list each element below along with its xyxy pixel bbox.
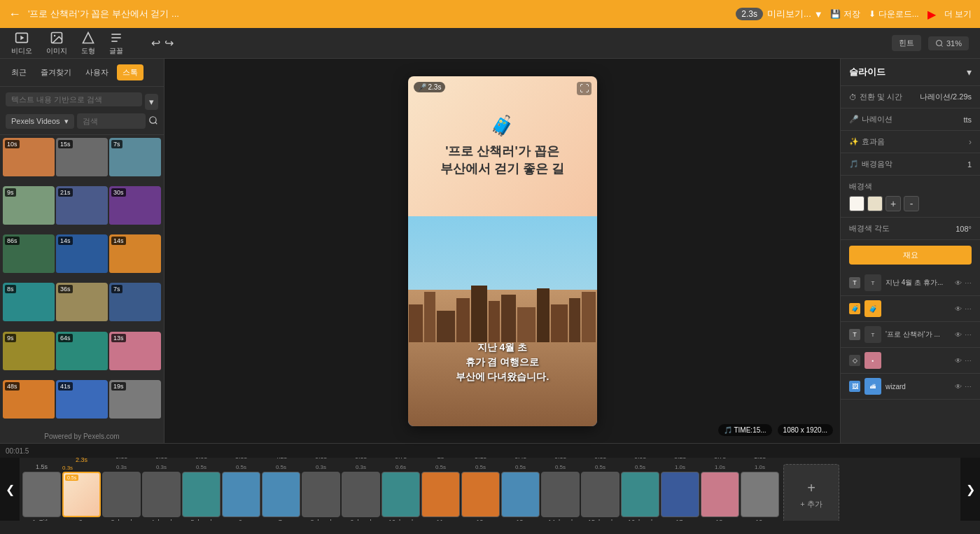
video-thumb-17[interactable]: 19s — [109, 380, 161, 427]
duration-15: 48s — [5, 382, 20, 391]
section-transition[interactable]: ⏱ 전환 및 시간 나레이션/2.29s — [841, 86, 980, 108]
youtube-button[interactable]: ▶ — [927, 8, 936, 21]
video-thumb-12[interactable]: 9s — [3, 332, 55, 379]
add-slide-button[interactable]: + + 추가 — [783, 464, 839, 521]
video-thumb-1[interactable]: 15s — [56, 138, 108, 185]
video-thumb-16[interactable]: 41s — [56, 380, 108, 427]
duration-10: 36s — [58, 285, 73, 293]
layer-text-2[interactable]: T T '프로 산책러'가 ... 👁 ⋯ — [841, 322, 980, 348]
layer-image-2[interactable]: 🖼 🏙 wizard 👁 ⋯ — [841, 374, 980, 400]
timeline-slide-18[interactable]: 3.7s 1.0s 18. — [701, 458, 739, 521]
timeline-slide-2[interactable]: 2.3s 0.3s 0.5s 2. — [62, 458, 101, 521]
redo-button[interactable]: ↪ — [164, 36, 174, 50]
zoom-button[interactable]: 31% — [928, 36, 969, 50]
timeline-slide-8[interactable]: 0.3s 0.3s 8. head — [302, 458, 340, 521]
video-thumb-14[interactable]: 13s — [109, 332, 161, 379]
tab-favorites[interactable]: 즐겨찾기 — [35, 64, 77, 80]
video-thumb-10[interactable]: 36s — [56, 283, 108, 330]
video-thumb-8[interactable]: 14s — [109, 234, 161, 281]
preview-top: 🎤 2.3s ⛶ 🧳 '프로 산책러'가 꼽은 부산에서 걷기 좋은 길 — [408, 76, 597, 216]
layer-visibility-3[interactable]: 👁 — [955, 331, 962, 339]
download-button[interactable]: ⬇ 다운로드... — [869, 8, 919, 20]
video-thumb-2[interactable]: 7s — [109, 138, 161, 185]
timeline-slide-15[interactable]: 0.3s 0.5s 15. head — [581, 458, 620, 521]
timeline-slide-16[interactable]: 0.9s 0.5s 16. head — [621, 458, 659, 521]
duration-14: 13s — [111, 334, 126, 342]
color-remove-button[interactable]: - — [904, 196, 919, 211]
text-search-dropdown[interactable]: ▾ — [145, 94, 158, 110]
reserve-button[interactable]: 재요 — [849, 246, 972, 265]
layer-visibility-2[interactable]: 👁 — [955, 305, 962, 313]
timeline-slide-11[interactable]: 2s 0.5s 11. — [421, 458, 460, 521]
color-add-button[interactable]: + — [886, 196, 901, 211]
tab-recent[interactable]: 최근 — [6, 64, 32, 80]
video-thumb-13[interactable]: 64s — [56, 332, 108, 379]
save-button[interactable]: 💾 저장 — [830, 8, 860, 20]
preview-expand-button[interactable]: ⛶ — [577, 82, 592, 95]
color-swatch-2[interactable] — [867, 196, 883, 211]
video-thumb-6[interactable]: 86s — [3, 234, 55, 281]
layer-text-1[interactable]: T T 지난 4월 초 휴가... 👁 ⋯ — [841, 270, 980, 296]
video-thumb-4[interactable]: 21s — [56, 186, 108, 233]
layer-shape-1[interactable]: ◇ ▪ 👁 ⋯ — [841, 348, 980, 374]
layer-more-5[interactable]: ⋯ — [965, 383, 972, 391]
layer-visibility-1[interactable]: 👁 — [955, 279, 962, 287]
timeline-slide-3[interactable]: 0.3s 0.3s 3. head — [102, 458, 141, 521]
color-swatch-1[interactable] — [849, 196, 864, 211]
layer-visibility-4[interactable]: 👁 — [955, 357, 962, 365]
video-thumb-15[interactable]: 48s — [3, 380, 55, 427]
timeline-slide-13[interactable]: 6.4s 0.5s 13. — [501, 458, 540, 521]
timeline-next-button[interactable]: ❯ — [960, 458, 980, 521]
tool-shape[interactable]: 도형 — [81, 31, 95, 56]
search-input[interactable] — [77, 113, 146, 129]
timeline-slide-19[interactable]: 1.5s 1.0s 19. — [741, 458, 779, 521]
section-narration[interactable]: 🎤 나레이션 tts — [841, 108, 980, 131]
video-thumb-7[interactable]: 14s — [56, 234, 108, 281]
text-search-input[interactable] — [6, 92, 142, 106]
left-tabs: 최근 즐겨찾기 사용자 스톡 — [0, 59, 164, 87]
video-thumb-9[interactable]: 8s — [3, 283, 55, 330]
undo-button[interactable]: ↩ — [151, 36, 160, 50]
search-button[interactable] — [148, 115, 158, 127]
timeline-slide-7[interactable]: 4.2s 0.5s 7. — [262, 458, 300, 521]
video-thumb-11[interactable]: 7s — [109, 283, 161, 330]
right-panel-collapse[interactable]: ▾ — [967, 66, 972, 78]
tab-stock[interactable]: 스톡 — [117, 64, 144, 80]
video-thumb-3[interactable]: 9s — [3, 186, 55, 233]
more-button[interactable]: 더 보기 — [944, 8, 972, 20]
video-thumb-0[interactable]: 10s — [3, 138, 55, 185]
timeline-prev-button[interactable]: ❮ — [0, 458, 20, 521]
tool-text[interactable]: 글꼴 — [109, 31, 123, 56]
toolbar: 비디오 이미지 도형 글꼴 ↩ ↪ 힌트 31% — [0, 28, 980, 59]
bg-color-label: 배경색 — [849, 181, 972, 192]
tool-image[interactable]: 이미지 — [46, 31, 67, 56]
timeline-slide-1[interactable]: 1.5s 1. Title — [22, 463, 61, 521]
layer-image-1[interactable]: 🧳 🧳 👁 ⋯ — [841, 296, 980, 322]
timeline-slide-12[interactable]: 5.1s 0.5s 12. — [461, 458, 500, 521]
layer-more-1[interactable]: ⋯ — [965, 279, 972, 287]
timeline-slide-17[interactable]: 8.2s 1.0s 17. — [661, 458, 699, 521]
section-bgm[interactable]: 🎵 배경음악 1 — [841, 153, 980, 176]
section-sfx[interactable]: ✨ 효과음 › — [841, 131, 980, 153]
toolbar-right: 힌트 31% — [892, 35, 969, 51]
layer-more-4[interactable]: ⋯ — [965, 357, 972, 365]
layer-more-2[interactable]: ⋯ — [965, 305, 972, 313]
svg-marker-4 — [83, 32, 94, 43]
timeline-slide-5[interactable]: 0.9s 0.5s 5. head — [182, 458, 220, 521]
timeline-slide-6[interactable]: 5.5s 0.5s 6. — [222, 458, 260, 521]
timeline-slide-4[interactable]: 0.3s 0.3s 4. head — [142, 458, 181, 521]
tab-user[interactable]: 사용자 — [80, 64, 114, 80]
timeline-slide-10[interactable]: 0.7s 0.6s 10. head — [382, 458, 420, 521]
back-button[interactable]: ← — [8, 7, 21, 22]
timeline-slide-14[interactable]: 0.3s 0.5s 14. head — [541, 458, 580, 521]
tool-video[interactable]: 비디오 — [11, 31, 32, 56]
timeline-slide-9[interactable]: 0.3s 0.3s 9. head — [342, 458, 380, 521]
slide-label-2: 2. — [79, 519, 85, 521]
video-thumb-5[interactable]: 30s — [109, 186, 161, 233]
preview-button[interactable]: 미리보기... ▼ — [767, 8, 823, 20]
source-select[interactable]: Pexels Videos ▾ — [6, 114, 74, 129]
slide-label-12: 12. — [476, 519, 485, 521]
layer-visibility-5[interactable]: 👁 — [955, 383, 962, 391]
layer-more-3[interactable]: ⋯ — [965, 331, 972, 339]
hint-button[interactable]: 힌트 — [892, 35, 921, 51]
